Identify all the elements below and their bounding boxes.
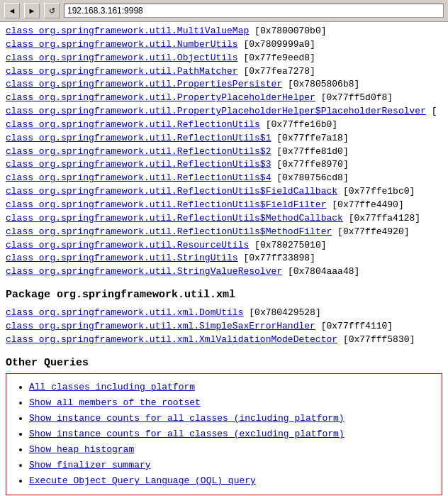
class-link-resourceutils[interactable]: class org.springframework.util.ResourceU… <box>6 240 249 250</box>
class-entry: class org.springframework.util.ObjectUti… <box>6 52 442 65</box>
list-item: Show instance counts for all classes (in… <box>29 411 433 426</box>
class-link-propertyplaceholderresolver[interactable]: class org.springframework.util.PropertyP… <box>6 106 426 116</box>
class-entry: class org.springframework.util.StringUti… <box>6 252 442 265</box>
show-rootset-link[interactable]: Show all members of the rootset <box>29 397 201 408</box>
page-content: class org.springframework.util.MultiValu… <box>0 22 448 496</box>
class-entry: class org.springframework.util.Propertie… <box>6 78 442 92</box>
class-link-domutils[interactable]: class org.springframework.util.xml.DomUt… <box>6 307 243 318</box>
class-entry: class org.springframework.util.PathMatch… <box>6 65 442 79</box>
class-entry: class org.springframework.util.Reflectio… <box>6 185 442 199</box>
xml-section-heading: Package org.springframework.util.xml <box>6 289 442 301</box>
class-link-propertyplaceholderhelper[interactable]: class org.springframework.util.PropertyP… <box>6 92 315 103</box>
list-item: Show instance counts for all classes (ex… <box>29 426 433 442</box>
util-classes-list: class org.springframework.util.MultiValu… <box>6 25 442 279</box>
class-link-methodcallback[interactable]: class org.springframework.util.Reflectio… <box>6 213 343 224</box>
xml-classes-list: class org.springframework.util.xml.DomUt… <box>6 307 442 347</box>
class-link-stringvalueresolver[interactable]: class org.springframework.util.StringVal… <box>6 266 282 277</box>
class-link-reflectionutils1[interactable]: class org.springframework.util.Reflectio… <box>6 133 271 143</box>
refresh-button[interactable]: ↺ <box>44 3 60 18</box>
class-link-numberutils[interactable]: class org.springframework.util.NumberUti… <box>6 39 238 50</box>
oql-query-link[interactable]: Execute Object Query Language (OQL) quer… <box>29 475 256 486</box>
class-link-reflectionutils3[interactable]: class org.springframework.util.Reflectio… <box>6 159 271 170</box>
finalizer-summary-link[interactable]: Show finalizer summary <box>29 460 151 470</box>
class-entry: class org.springframework.util.Reflectio… <box>6 132 442 145</box>
list-item: Show finalizer summary <box>29 458 433 473</box>
list-item: Show all members of the rootset <box>29 395 433 411</box>
list-item: Show heap histogram <box>29 442 433 458</box>
class-entry: class org.springframework.util.PropertyP… <box>6 92 442 105</box>
class-entry: class org.springframework.util.Reflectio… <box>6 172 442 185</box>
class-link-fieldfilter[interactable]: class org.springframework.util.Reflectio… <box>6 199 326 210</box>
class-entry: class org.springframework.util.StringVal… <box>6 265 442 279</box>
other-queries-heading: Other Queries <box>6 357 442 369</box>
class-link-reflectionutils[interactable]: class org.springframework.util.Reflectio… <box>6 119 260 130</box>
instance-counts-excluding-link[interactable]: Show instance counts for all classes (ex… <box>29 429 345 439</box>
class-link-simplesaxerrorhandler[interactable]: class org.springframework.util.xml.Simpl… <box>6 321 315 331</box>
class-link-multivaluemap[interactable]: class org.springframework.util.MultiValu… <box>6 26 249 36</box>
address-bar[interactable] <box>64 4 444 18</box>
class-entry: class org.springframework.util.xml.XmlVa… <box>6 334 442 347</box>
other-queries-box: All classes including platform Show all … <box>6 373 442 496</box>
class-entry: class org.springframework.util.xml.DomUt… <box>6 307 442 320</box>
class-entry: class org.springframework.util.MultiValu… <box>6 25 442 38</box>
instance-counts-including-link[interactable]: Show instance counts for all classes (in… <box>29 413 345 424</box>
class-link-objectutils[interactable]: class org.springframework.util.ObjectUti… <box>6 53 238 63</box>
class-link-methodfilter[interactable]: class org.springframework.util.Reflectio… <box>6 226 332 237</box>
forward-button[interactable]: ► <box>24 3 40 18</box>
class-entry: class org.springframework.util.ResourceU… <box>6 239 442 253</box>
list-item: Execute Object Query Language (OQL) quer… <box>29 473 433 489</box>
class-link-reflectionutils4[interactable]: class org.springframework.util.Reflectio… <box>6 172 271 183</box>
class-link-pathmatcher[interactable]: class org.springframework.util.PathMatch… <box>6 66 238 77</box>
class-entry: class org.springframework.util.xml.Simpl… <box>6 320 442 334</box>
queries-list: All classes including platform Show all … <box>29 380 433 490</box>
class-link-fieldcallback[interactable]: class org.springframework.util.Reflectio… <box>6 186 337 197</box>
class-entry: class org.springframework.util.PropertyP… <box>6 105 442 119</box>
class-entry: class org.springframework.util.NumberUti… <box>6 38 442 52</box>
class-entry: class org.springframework.util.Reflectio… <box>6 212 442 226</box>
class-entry: class org.springframework.util.Reflectio… <box>6 226 442 239</box>
heap-histogram-link[interactable]: Show heap histogram <box>29 444 134 455</box>
class-entry: class org.springframework.util.Reflectio… <box>6 199 442 212</box>
class-link-xmlvalidationmodedetector[interactable]: class org.springframework.util.xml.XmlVa… <box>6 334 337 345</box>
back-button[interactable]: ◄ <box>4 3 20 18</box>
class-link-reflectionutils2[interactable]: class org.springframework.util.Reflectio… <box>6 146 271 157</box>
class-link-propertiespersister[interactable]: class org.springframework.util.Propertie… <box>6 79 282 89</box>
list-item: All classes including platform <box>29 380 433 395</box>
all-classes-platform-link[interactable]: All classes including platform <box>29 382 195 392</box>
browser-chrome: ◄ ► ↺ <box>0 0 448 22</box>
class-entry: class org.springframework.util.Reflectio… <box>6 145 442 159</box>
class-entry: class org.springframework.util.Reflectio… <box>6 158 442 172</box>
class-entry: class org.springframework.util.Reflectio… <box>6 119 442 132</box>
class-link-stringutils[interactable]: class org.springframework.util.StringUti… <box>6 253 238 263</box>
